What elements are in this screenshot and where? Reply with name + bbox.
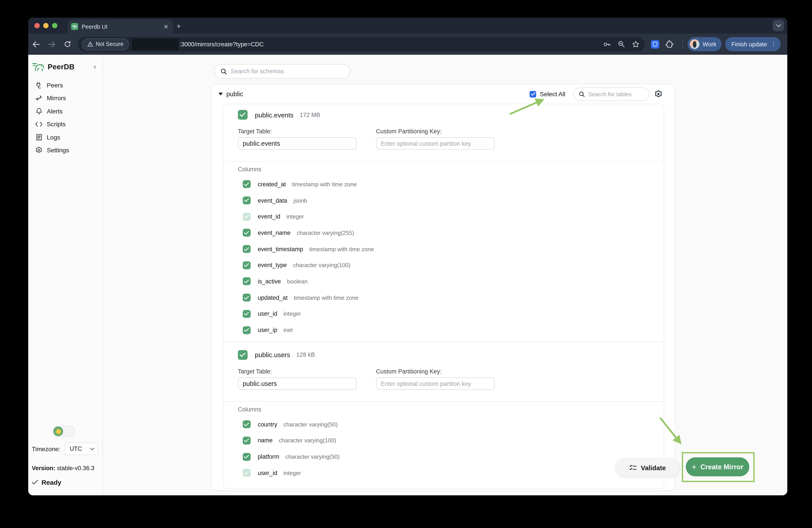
column-checkbox[interactable] bbox=[243, 294, 251, 301]
minimize-window-button[interactable] bbox=[43, 23, 48, 28]
browser-profile-button[interactable]: Work bbox=[687, 37, 722, 51]
target-table-label: Target Table: bbox=[238, 368, 357, 375]
column-row: namecharacter varying(100) bbox=[223, 432, 664, 448]
sidebar-collapse-button[interactable]: ‹ bbox=[91, 63, 99, 71]
tab-search-button[interactable] bbox=[773, 20, 784, 31]
finish-update-label: Finish update bbox=[731, 41, 767, 47]
target-table-field: Target Table: bbox=[238, 368, 357, 390]
partition-key-input[interactable] bbox=[376, 377, 495, 390]
sidebar-item-scripts[interactable]: Scripts bbox=[28, 118, 102, 131]
not-secure-chip[interactable]: Not Secure bbox=[82, 38, 129, 50]
validate-button[interactable]: Validate bbox=[615, 458, 680, 477]
bitwarden-extension-icon[interactable] bbox=[651, 40, 659, 48]
profile-label: Work bbox=[702, 41, 716, 47]
theme-toggle[interactable] bbox=[53, 426, 75, 437]
table-name: public.events bbox=[255, 111, 293, 118]
column-checkbox[interactable] bbox=[243, 453, 251, 461]
close-window-button[interactable] bbox=[34, 23, 40, 28]
column-checkbox[interactable] bbox=[243, 326, 251, 334]
timezone-label: Timezone: bbox=[32, 445, 60, 452]
schema-search-placeholder: Search for schemas bbox=[231, 68, 284, 75]
chevron-down-icon bbox=[90, 447, 95, 450]
timezone-select[interactable]: UTC bbox=[64, 442, 98, 455]
target-table-input[interactable] bbox=[238, 377, 357, 390]
zoom-window-button[interactable] bbox=[52, 23, 57, 28]
column-name: event_id bbox=[258, 213, 280, 220]
zoom-icon[interactable] bbox=[618, 40, 625, 48]
column-checkbox[interactable] bbox=[243, 420, 251, 428]
columns-section-label: Columns bbox=[238, 166, 664, 173]
schema-search-input[interactable]: Search for schemas bbox=[214, 64, 350, 79]
peerdb-logo bbox=[32, 60, 45, 73]
browser-tab[interactable]: Peerdb UI ✕ bbox=[68, 19, 173, 33]
browser-tab-strip: Peerdb UI ✕ + bbox=[28, 18, 787, 33]
partition-key-field: Custom Partitioning Key: bbox=[376, 368, 495, 390]
column-name: is_active bbox=[258, 278, 281, 285]
column-name: platform bbox=[258, 453, 279, 460]
column-type: jsonb bbox=[293, 197, 307, 204]
sidebar-item-label: Settings bbox=[47, 147, 69, 154]
finish-update-button[interactable]: Finish update ⋮ bbox=[725, 37, 781, 51]
column-checkbox[interactable] bbox=[243, 437, 251, 445]
column-checkbox[interactable] bbox=[243, 310, 251, 318]
new-tab-button[interactable]: + bbox=[174, 22, 184, 31]
column-checkbox[interactable] bbox=[243, 197, 251, 204]
sidebar-item-label: Peers bbox=[47, 82, 63, 89]
column-checkbox[interactable] bbox=[243, 213, 251, 220]
column-checkbox[interactable] bbox=[243, 180, 251, 188]
back-button[interactable] bbox=[29, 38, 42, 51]
warning-triangle-icon bbox=[87, 42, 93, 47]
column-name: event_name bbox=[258, 230, 291, 236]
columns-list: created_attimestamp with time zoneevent_… bbox=[223, 176, 664, 338]
address-bar[interactable]: Not Secure :3000/mirrors/create?type=CDC bbox=[78, 37, 645, 52]
section-divider bbox=[223, 342, 664, 342]
caret-down-icon[interactable] bbox=[218, 93, 223, 95]
column-name: user_id bbox=[258, 470, 277, 476]
column-row: user_ipinet bbox=[223, 322, 664, 338]
column-row: user_idinteger bbox=[223, 306, 664, 322]
target-table-field: Target Table: bbox=[238, 128, 357, 149]
table-checkbox[interactable] bbox=[238, 110, 247, 120]
sidebar-item-logs[interactable]: Logs bbox=[28, 131, 102, 144]
sidebar-item-mirrors[interactable]: Mirrors bbox=[28, 91, 102, 105]
brand-title: PeerDB bbox=[48, 62, 88, 71]
column-name: user_ip bbox=[258, 327, 277, 333]
column-checkbox[interactable] bbox=[243, 469, 251, 477]
code-icon bbox=[35, 121, 42, 128]
gear-icon bbox=[35, 147, 42, 154]
sidebar-item-settings[interactable]: Settings bbox=[28, 144, 102, 157]
select-all-checkbox[interactable] bbox=[530, 91, 536, 97]
peerdb-favicon bbox=[71, 23, 78, 30]
column-checkbox[interactable] bbox=[243, 277, 251, 285]
table-search-input[interactable]: Search for tables bbox=[573, 87, 649, 101]
password-key-icon[interactable] bbox=[603, 40, 611, 48]
column-row: platformcharacter varying(50) bbox=[223, 449, 664, 465]
column-type: character varying(100) bbox=[293, 262, 350, 269]
target-table-input[interactable] bbox=[238, 137, 357, 149]
sidebar-item-alerts[interactable]: Alerts bbox=[28, 105, 102, 118]
column-checkbox[interactable] bbox=[243, 245, 251, 253]
table-name: public.users bbox=[255, 351, 290, 359]
partition-key-input[interactable] bbox=[376, 137, 495, 149]
column-name: user_id bbox=[258, 311, 277, 317]
sun-icon bbox=[56, 429, 60, 433]
column-row: updated_attimestamp with time zone bbox=[223, 290, 664, 306]
extensions-puzzle-icon[interactable] bbox=[666, 40, 673, 48]
browser-window: Peerdb UI ✕ + bbox=[28, 18, 787, 495]
logs-icon bbox=[35, 134, 42, 141]
browser-menu-kebab-icon[interactable]: ⋮ bbox=[771, 42, 777, 46]
close-tab-icon[interactable]: ✕ bbox=[162, 23, 170, 30]
column-type: integer bbox=[284, 470, 301, 476]
sidebar-item-peers[interactable]: Peers bbox=[28, 79, 102, 91]
column-row: event_typecharacter varying(100) bbox=[223, 257, 664, 273]
column-type: boolean bbox=[287, 278, 308, 285]
column-row: user_idinteger bbox=[223, 465, 664, 481]
bookmark-star-icon[interactable] bbox=[632, 40, 639, 48]
column-checkbox[interactable] bbox=[243, 229, 251, 237]
table-checkbox[interactable] bbox=[238, 350, 247, 360]
column-type: character varying(50) bbox=[286, 453, 340, 460]
column-checkbox[interactable] bbox=[243, 261, 251, 269]
reload-button[interactable] bbox=[61, 38, 74, 51]
table-settings-gear-icon[interactable] bbox=[654, 90, 663, 98]
forward-button[interactable] bbox=[45, 38, 58, 51]
